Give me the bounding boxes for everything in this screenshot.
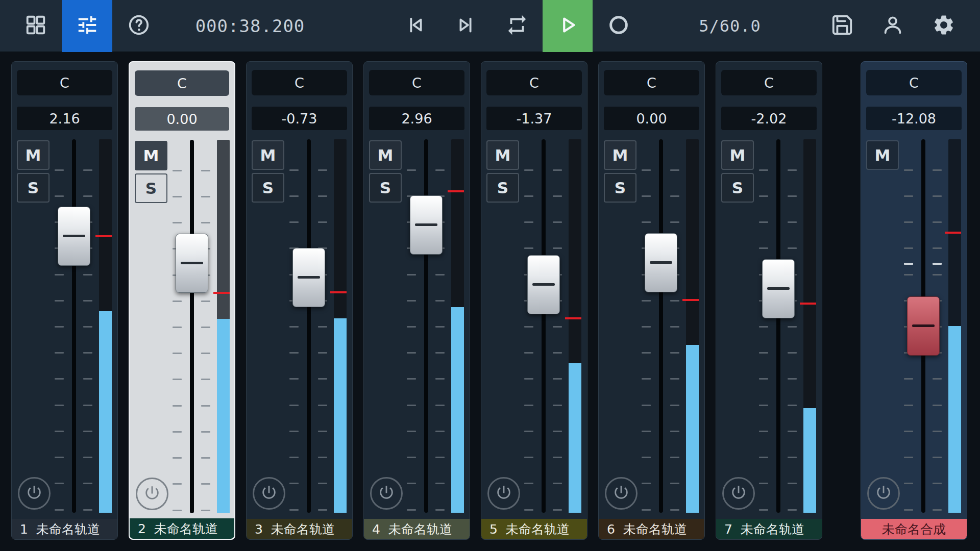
fader-handle[interactable] (762, 259, 795, 318)
pan-button[interactable]: C (866, 70, 962, 95)
level-meter (99, 139, 112, 513)
pan-button[interactable]: C (369, 70, 464, 95)
track-name: 未命名轨道 (506, 521, 570, 538)
power-icon (26, 484, 43, 503)
power-button[interactable] (18, 477, 51, 510)
mixer-button[interactable] (62, 0, 112, 52)
fader-scale-ticks (289, 139, 299, 513)
fader-handle[interactable] (410, 195, 443, 255)
projects-button[interactable] (15, 0, 56, 52)
peak-indicator (800, 303, 816, 305)
power-button[interactable] (253, 477, 285, 510)
toolbar: 000:38.200 (0, 0, 980, 52)
fader-track[interactable] (190, 140, 194, 513)
level-meter-fill (686, 345, 699, 513)
power-button[interactable] (605, 477, 638, 510)
track-label[interactable]: 4 未命名轨道 (364, 519, 470, 539)
user-button[interactable] (872, 0, 913, 52)
track-label[interactable]: 未命名合成 (861, 519, 967, 539)
fader-handle[interactable] (292, 248, 325, 307)
save-button[interactable] (822, 0, 863, 52)
peak-indicator (95, 235, 112, 237)
fader-track[interactable] (776, 139, 780, 513)
track-name: 未命名轨道 (271, 521, 335, 538)
track-label[interactable]: 5 未命名轨道 (481, 519, 587, 539)
peak-indicator (682, 299, 699, 301)
pan-button[interactable]: C (721, 70, 817, 95)
track-label[interactable]: 2 未命名轨道 (130, 518, 234, 539)
volume-db-value[interactable]: -2.02 (721, 107, 817, 130)
volume-db-value[interactable]: -0.73 (252, 107, 347, 130)
level-meter-fill (217, 319, 230, 513)
fader-scale-ticks (173, 140, 182, 513)
level-meter-fill (451, 307, 464, 513)
pan-button[interactable]: C (252, 70, 347, 95)
power-icon (143, 484, 161, 504)
level-meter (334, 139, 347, 513)
track-number: 4 (372, 522, 380, 537)
level-meter-fill (803, 408, 816, 513)
track-name: 未命名合成 (882, 521, 946, 538)
fader-handle[interactable] (645, 233, 677, 292)
power-button[interactable] (136, 478, 168, 510)
fader-track[interactable] (307, 139, 311, 513)
pan-button[interactable]: C (604, 70, 699, 95)
mixer-channel: C 2.16 M S 1 未命名轨道 (11, 61, 118, 540)
volume-db-value[interactable]: -1.37 (486, 107, 582, 130)
track-label[interactable]: 7 未命名轨道 (716, 519, 822, 539)
pan-button[interactable]: C (135, 70, 229, 96)
fader-scale-ticks (553, 139, 562, 513)
dashboard-icon (24, 13, 47, 39)
record-button[interactable] (598, 0, 639, 52)
track-number: 6 (607, 522, 615, 537)
track-name: 未命名轨道 (388, 521, 452, 538)
fader-handle[interactable] (58, 207, 90, 266)
track-label[interactable]: 6 未命名轨道 (599, 519, 704, 539)
volume-db-value[interactable]: -12.08 (866, 107, 962, 130)
fader-handle[interactable] (527, 255, 560, 314)
save-icon (830, 13, 854, 39)
power-button[interactable] (487, 477, 520, 510)
user-icon (881, 13, 904, 39)
skip-start-button[interactable] (395, 0, 436, 52)
fader-track[interactable] (542, 139, 546, 513)
fader-track[interactable] (72, 139, 76, 513)
peak-indicator (448, 190, 464, 192)
volume-db-value[interactable]: 2.16 (17, 107, 112, 130)
track-name: 未命名轨道 (741, 521, 804, 538)
loop-icon (505, 13, 529, 39)
help-button[interactable] (118, 0, 159, 52)
pan-button[interactable]: C (486, 70, 582, 95)
volume-db-value[interactable]: 0.00 (135, 107, 229, 131)
fader-handle[interactable] (907, 296, 940, 356)
track-number: 3 (255, 522, 263, 537)
time-display[interactable]: 000:38.200 (189, 0, 311, 52)
mixer-icon (76, 13, 99, 39)
track-number: 5 (489, 522, 498, 537)
volume-db-value[interactable]: 0.00 (604, 107, 699, 130)
power-button[interactable] (370, 477, 403, 510)
mixer-channel: C 2.96 M S 4 未命名轨道 (363, 61, 470, 540)
play-button[interactable] (543, 0, 593, 52)
fader-handle[interactable] (176, 234, 208, 293)
mixer-channel: C 0.00 M S 6 未命名轨道 (598, 61, 705, 540)
power-button[interactable] (867, 477, 900, 510)
tempo-display[interactable]: 5/60.0 (692, 0, 768, 52)
settings-button[interactable] (923, 0, 964, 52)
level-meter (217, 140, 230, 513)
skip-end-button[interactable] (446, 0, 486, 52)
track-label[interactable]: 3 未命名轨道 (247, 519, 352, 539)
pan-button[interactable]: C (17, 70, 112, 95)
power-icon (875, 484, 892, 503)
volume-db-value[interactable]: 2.96 (369, 107, 464, 130)
track-label[interactable]: 1 未命名轨道 (12, 519, 117, 539)
fader-track[interactable] (659, 139, 663, 513)
loop-button[interactable] (497, 0, 537, 52)
power-button[interactable] (722, 477, 755, 510)
fader-scale-ticks (201, 140, 210, 513)
track-name: 未命名轨道 (154, 520, 218, 537)
level-meter-fill (569, 363, 581, 513)
track-number: 7 (724, 522, 732, 537)
power-icon (730, 484, 747, 503)
mixer-channels: C 2.16 M S 1 未命名轨道 C 0.00 M (0, 52, 980, 550)
